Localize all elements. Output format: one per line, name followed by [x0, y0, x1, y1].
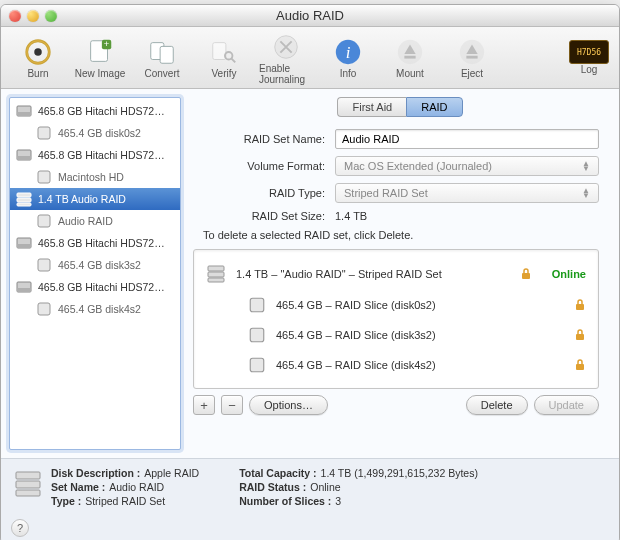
svg-rect-45 — [16, 481, 40, 488]
svg-rect-25 — [17, 198, 31, 202]
svg-rect-32 — [17, 288, 31, 292]
svg-rect-40 — [250, 328, 264, 342]
sidebar-item-disk[interactable]: 465.8 GB Hitachi HDS72… — [10, 144, 180, 166]
journal-icon — [270, 31, 302, 63]
raid-name-label: RAID Set Name: — [193, 133, 325, 145]
hard-disk-icon — [16, 235, 32, 251]
eject-icon — [456, 36, 488, 68]
sidebar-item-volume[interactable]: Macintosh HD — [10, 166, 180, 188]
sidebar-item-disk[interactable]: 465.8 GB Hitachi HDS72… — [10, 276, 180, 298]
svg-rect-17 — [466, 56, 477, 59]
toolbar-burn-label: Burn — [27, 68, 48, 79]
toolbar-verify: Verify — [197, 36, 251, 79]
toolbar-burn[interactable]: Burn — [11, 36, 65, 79]
content-pane: First Aid RAID RAID Set Name: Volume For… — [189, 97, 611, 450]
remove-button[interactable]: − — [221, 395, 243, 415]
svg-rect-27 — [38, 215, 50, 227]
volume-icon — [36, 257, 52, 273]
tab-first-aid[interactable]: First Aid — [337, 97, 406, 117]
toolbar-enable-journaling: Enable Journaling — [259, 31, 313, 85]
svg-rect-30 — [38, 259, 50, 271]
sidebar-item-volume[interactable]: Audio RAID — [10, 210, 180, 232]
toolbar-journal-label: Enable Journaling — [259, 63, 313, 85]
info-col-right: Total Capacity :1.4 TB (1,499,291,615,23… — [239, 467, 478, 515]
svg-rect-39 — [576, 304, 584, 310]
toolbar: Burn + New Image Convert Verify Enable J… — [1, 27, 619, 89]
toolbar-new-image-label: New Image — [75, 68, 126, 79]
svg-rect-38 — [250, 298, 264, 312]
help-button[interactable]: ? — [11, 519, 29, 537]
raid-set-row[interactable]: 1.4 TB – "Audio RAID" – Striped RAID Set… — [204, 258, 588, 290]
svg-rect-23 — [38, 171, 50, 183]
raid-actions-row: + − Options… Delete Update — [193, 395, 599, 415]
toolbar-convert[interactable]: Convert — [135, 36, 189, 79]
lock-icon — [520, 268, 532, 280]
sidebar-item-volume[interactable]: 465.4 GB disk3s2 — [10, 254, 180, 276]
volume-icon — [36, 301, 52, 317]
toolbar-info[interactable]: i Info — [321, 36, 375, 79]
raid-type-select: Striped RAID Set ▲▼ — [335, 183, 599, 203]
svg-rect-19 — [17, 112, 31, 116]
chevron-updown-icon: ▲▼ — [582, 188, 590, 198]
volume-icon — [248, 356, 266, 374]
raid-set-icon — [206, 264, 226, 284]
toolbar-log-label: Log — [581, 64, 598, 75]
svg-rect-8 — [213, 43, 226, 60]
raid-icon — [16, 191, 32, 207]
add-button[interactable]: + — [193, 395, 215, 415]
svg-rect-43 — [576, 364, 584, 370]
volume-icon — [36, 169, 52, 185]
burn-icon — [22, 36, 54, 68]
svg-rect-44 — [16, 472, 40, 479]
svg-rect-34 — [208, 266, 224, 271]
delete-button[interactable]: Delete — [466, 395, 528, 415]
log-icon: H7D56 — [569, 40, 609, 64]
window-title: Audio RAID — [1, 8, 619, 23]
raid-slice-row[interactable]: 465.4 GB – RAID Slice (disk4s2) — [204, 350, 588, 380]
sidebar-item-volume[interactable]: 465.4 GB disk4s2 — [10, 298, 180, 320]
svg-text:i: i — [346, 43, 351, 62]
device-sidebar[interactable]: 465.8 GB Hitachi HDS72… 465.4 GB disk0s2… — [9, 97, 181, 450]
raid-name-input[interactable] — [335, 129, 599, 149]
lock-icon — [574, 329, 586, 341]
toolbar-new-image[interactable]: + New Image — [73, 36, 127, 79]
tab-raid[interactable]: RAID — [406, 97, 462, 117]
new-image-icon: + — [84, 36, 116, 68]
volume-icon — [36, 125, 52, 141]
raid-form: RAID Set Name: Volume Format: Mac OS Ext… — [189, 125, 611, 415]
raid-status-value: Online — [552, 268, 586, 280]
toolbar-log[interactable]: H7D56 Log — [569, 40, 609, 75]
lock-icon — [574, 359, 586, 371]
svg-point-1 — [34, 48, 42, 56]
toolbar-mount-label: Mount — [396, 68, 424, 79]
disk-utility-window: Audio RAID Burn + New Image Convert Veri… — [0, 4, 620, 540]
svg-rect-20 — [38, 127, 50, 139]
sidebar-item-volume[interactable]: 465.4 GB disk0s2 — [10, 122, 180, 144]
titlebar: Audio RAID — [1, 5, 619, 27]
tab-bar: First Aid RAID — [189, 97, 611, 117]
options-button[interactable]: Options… — [249, 395, 328, 415]
raid-slice-row[interactable]: 465.4 GB – RAID Slice (disk0s2) — [204, 290, 588, 320]
toolbar-mount: Mount — [383, 36, 437, 79]
svg-text:+: + — [104, 39, 109, 49]
hard-disk-icon — [16, 147, 32, 163]
raid-slice-row[interactable]: 465.4 GB – RAID Slice (disk3s2) — [204, 320, 588, 350]
volume-format-label: Volume Format: — [193, 160, 325, 172]
update-button: Update — [534, 395, 599, 415]
volume-icon — [248, 296, 266, 314]
svg-rect-37 — [522, 273, 530, 279]
svg-rect-33 — [38, 303, 50, 315]
convert-icon — [146, 36, 178, 68]
lock-icon — [574, 299, 586, 311]
svg-line-10 — [232, 59, 236, 63]
hard-disk-icon — [16, 103, 32, 119]
info-icon: i — [332, 36, 364, 68]
sidebar-item-disk[interactable]: 465.8 GB Hitachi HDS72… — [10, 232, 180, 254]
sidebar-item-disk[interactable]: 465.8 GB Hitachi HDS72… — [10, 100, 180, 122]
info-col-left: Disk Description :Apple RAID Set Name :A… — [51, 467, 199, 515]
svg-rect-42 — [250, 358, 264, 372]
toolbar-verify-label: Verify — [211, 68, 236, 79]
hard-disk-icon — [16, 279, 32, 295]
sidebar-item-raid[interactable]: 1.4 TB Audio RAID — [10, 188, 180, 210]
svg-rect-26 — [17, 203, 31, 206]
